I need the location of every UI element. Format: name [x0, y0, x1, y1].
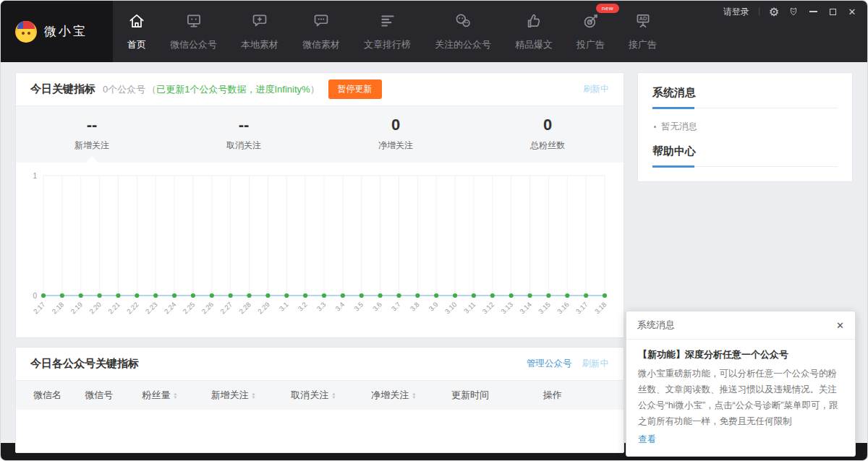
- login-link[interactable]: 请登录: [723, 6, 749, 18]
- sort-icon[interactable]: ▲▼: [332, 392, 336, 399]
- minimize-button[interactable]: [808, 7, 818, 17]
- nav-label: 关注的公众号: [435, 38, 491, 51]
- svg-text:2.21: 2.21: [106, 301, 122, 316]
- svg-text:1: 1: [33, 172, 37, 180]
- shield-icon[interactable]: [788, 7, 799, 17]
- column-label: 新增关注: [210, 389, 248, 402]
- svg-text:2.24: 2.24: [163, 301, 178, 316]
- nav-item-wechat-accounts[interactable]: 微信公众号: [170, 12, 217, 51]
- account-count: 0个公众号: [103, 83, 145, 96]
- svg-text:3.14: 3.14: [518, 301, 533, 316]
- home-icon: [127, 12, 146, 33]
- svg-text:2.20: 2.20: [88, 301, 103, 316]
- metric-new-followers[interactable]: -- 新增关注: [16, 116, 168, 152]
- manage-accounts-link[interactable]: 管理公众号: [527, 358, 572, 370]
- column-header[interactable]: 取消关注▲▼: [291, 389, 371, 402]
- svg-text:2.22: 2.22: [125, 301, 140, 316]
- column-label: 更新时间: [451, 389, 489, 402]
- table-empty-body: [16, 410, 624, 452]
- sort-icon[interactable]: ▲▼: [412, 392, 417, 399]
- metric-net-increase[interactable]: 0 净增关注: [320, 116, 472, 152]
- nav-item-premium-articles[interactable]: 精品爆文: [515, 12, 553, 51]
- view-link[interactable]: 查看: [638, 434, 656, 446]
- nav-label: 精品爆文: [515, 38, 553, 51]
- svg-text:2.25: 2.25: [181, 301, 196, 316]
- nav-label: 本地素材: [241, 38, 278, 51]
- svg-text:3.1: 3.1: [278, 301, 290, 313]
- ranking-icon: [378, 12, 397, 33]
- main-content: 今日关键指标 0个公众号 （ 已更新1个公众号数据，进度Infinity% ） …: [1, 62, 867, 443]
- svg-text:2.29: 2.29: [256, 301, 271, 316]
- left-column: 今日关键指标 0个公众号 （ 已更新1个公众号数据，进度Infinity% ） …: [15, 72, 624, 443]
- top-navbar: 微小宝 首页 微信公众号 本地素材 微信素材 文章排行榜: [1, 1, 867, 62]
- refreshing-status: 刷新中: [583, 83, 609, 95]
- svg-text:AD: AD: [639, 15, 647, 22]
- nav-label: 首页: [127, 38, 146, 51]
- svg-text:3.9: 3.9: [427, 301, 439, 313]
- svg-text:3.3: 3.3: [315, 301, 327, 313]
- pause-update-button[interactable]: 暂停更新: [328, 79, 382, 99]
- nav-item-home[interactable]: 首页: [127, 12, 146, 51]
- gear-icon[interactable]: ⚙: [769, 5, 779, 19]
- no-messages-item: 暂无消息: [654, 121, 838, 133]
- bullet-icon: [654, 126, 656, 128]
- nav-item-followed-accounts[interactable]: 关注的公众号: [435, 12, 491, 51]
- metric-value: 0: [320, 116, 472, 134]
- nav-item-accept-ads[interactable]: AD 接广告: [629, 12, 657, 51]
- key-metrics-header: 今日关键指标 0个公众号 （ 已更新1个公众号数据，进度Infinity% ） …: [16, 73, 624, 106]
- svg-text:3.13: 3.13: [499, 301, 514, 316]
- svg-text:0: 0: [33, 292, 37, 300]
- local-material-icon: [250, 12, 269, 33]
- svg-text:2.23: 2.23: [144, 301, 159, 316]
- nav-item-place-ads[interactable]: new 投广告: [576, 12, 605, 51]
- wechat-material-icon: [312, 12, 331, 33]
- column-label: 粉丝量: [142, 389, 170, 402]
- section-title: 今日各公众号关键指标: [30, 357, 139, 371]
- svg-text:3.11: 3.11: [462, 301, 477, 315]
- column-header[interactable]: 净增关注▲▼: [371, 389, 451, 402]
- selected-metric-caret: [86, 156, 98, 163]
- sort-icon[interactable]: ▲▼: [252, 392, 256, 399]
- accounts-table-header: 今日各公众号关键指标 管理公众号 刷新中: [16, 348, 624, 381]
- svg-text:3.10: 3.10: [443, 301, 459, 316]
- wechat-icon: [454, 12, 472, 33]
- svg-text:3.8: 3.8: [409, 301, 421, 313]
- accounts-table-card: 今日各公众号关键指标 管理公众号 刷新中 微信名微信号粉丝量▲▼新增关注▲▼取消…: [15, 347, 624, 453]
- popup-text: 微小宝重磅新功能，可以分析任意一个公众号的粉丝数、文章阅读数、推送习惯以及违规情…: [638, 366, 843, 430]
- column-header[interactable]: 粉丝量▲▼: [142, 389, 210, 402]
- section-title: 今日关键指标: [30, 82, 95, 96]
- sort-icon[interactable]: ▲▼: [174, 392, 178, 399]
- nav-item-wechat-material[interactable]: 微信素材: [302, 12, 340, 51]
- key-metrics-card: 今日关键指标 0个公众号 （ 已更新1个公众号数据，进度Infinity% ） …: [15, 72, 624, 338]
- nav-item-local-material[interactable]: 本地素材: [241, 12, 278, 51]
- system-message-popup: 系统消息 ✕ 【新功能】深度分析任意一个公众号 微小宝重磅新功能，可以分析任意一…: [626, 311, 856, 457]
- svg-text:2.28: 2.28: [237, 301, 252, 316]
- svg-text:3.18: 3.18: [593, 301, 608, 316]
- sidebar-card: 系统消息 暂无消息 帮助中心: [637, 72, 853, 182]
- column-header: 操作: [543, 389, 606, 402]
- svg-text:2.19: 2.19: [69, 301, 84, 316]
- paren-close: ）: [310, 83, 320, 96]
- brand-name: 微小宝: [44, 23, 88, 40]
- column-header[interactable]: 新增关注▲▼: [210, 389, 291, 402]
- table-header-links: 管理公众号 刷新中: [527, 358, 609, 370]
- svg-text:3.5: 3.5: [352, 301, 365, 313]
- metric-total-fans[interactable]: 0 总粉丝数: [472, 116, 624, 152]
- svg-text:3.6: 3.6: [371, 301, 383, 313]
- nav-label: 文章排行榜: [364, 38, 411, 51]
- metric-label: 总粉丝数: [472, 139, 624, 152]
- nav-item-article-ranking[interactable]: 文章排行榜: [364, 12, 411, 51]
- column-label: 微信号: [85, 389, 113, 402]
- column-label: 微信名: [33, 389, 61, 402]
- column-label: 取消关注: [291, 389, 328, 402]
- metric-unfollows[interactable]: -- 取消关注: [168, 116, 320, 152]
- column-header: 更新时间: [451, 389, 543, 402]
- svg-text:2.27: 2.27: [218, 301, 234, 316]
- maximize-button[interactable]: [827, 7, 838, 17]
- popup-title: 系统消息: [637, 319, 675, 332]
- metrics-row: -- 新增关注 -- 取消关注 0 净增关注 0 总粉丝数: [16, 106, 624, 163]
- column-header: 微信号: [85, 389, 142, 402]
- close-button[interactable]: ✕: [847, 7, 857, 17]
- metric-label: 取消关注: [168, 139, 320, 152]
- close-icon[interactable]: ✕: [836, 320, 844, 331]
